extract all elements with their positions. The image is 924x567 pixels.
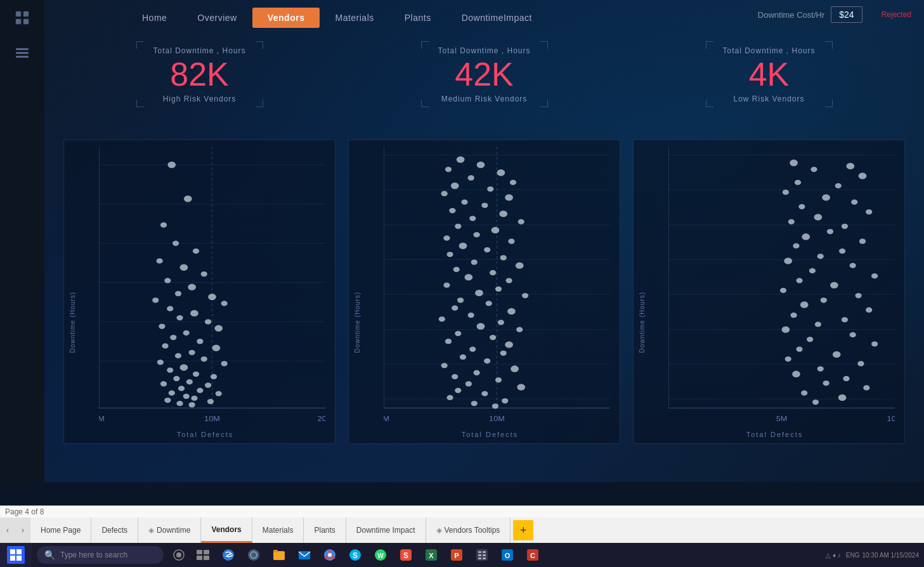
taskbar-app-mail[interactable]: [293, 543, 316, 567]
corner-tr-3: [825, 41, 833, 49]
svg-text:C: C: [530, 552, 535, 559]
taskbar-app-powerpoint[interactable]: P: [445, 543, 468, 567]
svg-rect-246: [299, 551, 310, 559]
svg-point-147: [511, 365, 519, 372]
svg-point-218: [796, 346, 802, 351]
taskbar-app-excel[interactable]: X: [420, 543, 443, 567]
tab-nav-next[interactable]: ›: [15, 518, 30, 543]
corner-bl-1: [136, 100, 144, 107]
taskbar-app-skype2[interactable]: S: [394, 543, 417, 567]
tab-downtime-impact[interactable]: Downtime Impact: [346, 518, 426, 543]
tab-vendors-tooltips[interactable]: ◈ Vendors Tooltips: [426, 518, 511, 543]
svg-point-217: [871, 341, 878, 346]
svg-rect-232: [10, 556, 15, 561]
svg-point-190: [866, 209, 872, 214]
svg-point-44: [214, 325, 223, 331]
svg-point-105: [481, 203, 488, 208]
page-indicator: Page 4 of 8: [0, 505, 924, 518]
tab-defects[interactable]: Defects: [91, 518, 138, 543]
taskbar-app-cortana[interactable]: [242, 543, 265, 567]
taskbar-app-whatsapp[interactable]: W: [369, 543, 392, 567]
corner-br-3: [825, 100, 833, 107]
taskbar-app-calculator[interactable]: [471, 543, 493, 567]
taskbar-search-text: Type here to search: [60, 551, 127, 559]
taskbar-app-outlook[interactable]: O: [496, 543, 519, 567]
svg-point-121: [453, 267, 460, 272]
svg-point-96: [445, 167, 452, 172]
svg-point-113: [443, 235, 450, 240]
svg-point-30: [157, 258, 163, 263]
nav-materials[interactable]: Materials: [320, 8, 389, 28]
taskbar-start-button[interactable]: [0, 543, 32, 567]
svg-point-203: [871, 273, 878, 278]
svg-rect-261: [476, 549, 488, 561]
tab-vendors[interactable]: Vendors: [201, 518, 252, 543]
tab-nav-prev[interactable]: ‹: [0, 518, 15, 543]
svg-point-145: [484, 358, 490, 363]
tab-downtime[interactable]: ◈ Downtime: [138, 518, 201, 543]
tab-home-page[interactable]: Home Page: [30, 518, 91, 543]
nav-overview[interactable]: Overview: [182, 8, 252, 28]
svg-point-45: [183, 330, 190, 336]
svg-point-205: [830, 282, 838, 288]
taskbar-cortana-button[interactable]: [169, 545, 189, 565]
chart-low-risk: Downtime (Hours) 200 180 160 140 120 100: [633, 140, 905, 444]
sidebar-icon-grid[interactable]: [11, 6, 34, 29]
nav-vendors[interactable]: Vendors: [252, 8, 320, 28]
svg-point-152: [517, 384, 525, 390]
svg-point-54: [221, 361, 228, 366]
taskbar-app-explorer[interactable]: [268, 543, 290, 567]
svg-rect-1: [23, 11, 29, 16]
svg-point-41: [176, 315, 183, 320]
taskbar-app-red[interactable]: C: [521, 543, 544, 567]
svg-rect-265: [483, 554, 486, 556]
metric-low-risk: Total Downtime , Hours 4K Low Risk Vendo…: [633, 41, 905, 107]
svg-point-67: [183, 394, 190, 399]
svg-rect-262: [478, 551, 481, 553]
svg-point-186: [783, 190, 789, 195]
taskbar-search-box[interactable]: 🔍 Type here to search: [37, 546, 164, 564]
svg-point-180: [790, 160, 798, 166]
svg-point-49: [212, 344, 221, 351]
svg-point-37: [152, 297, 159, 303]
tab-add-button[interactable]: +: [513, 520, 533, 540]
svg-point-35: [175, 291, 181, 296]
svg-point-143: [500, 351, 507, 356]
svg-point-117: [446, 252, 453, 257]
taskbar-app-chrome[interactable]: [318, 543, 341, 567]
taskbar-app-edge[interactable]: [217, 543, 240, 567]
svg-point-156: [502, 398, 508, 403]
svg-point-133: [468, 313, 474, 318]
nav-plants[interactable]: Plants: [389, 8, 446, 28]
svg-point-210: [866, 308, 872, 313]
metric-high-risk: Total Downtime , Hours 82K High Risk Ven…: [63, 41, 335, 107]
svg-point-221: [857, 361, 864, 366]
tab-materials[interactable]: Materials: [252, 518, 304, 543]
svg-point-43: [159, 323, 165, 329]
metric-value-3: 4K: [719, 58, 820, 91]
svg-point-51: [175, 353, 181, 358]
corner-tr-2: [540, 41, 548, 49]
taskbar-app-skype[interactable]: S: [344, 543, 367, 567]
taskbar-search-icon: 🔍: [44, 550, 55, 560]
svg-point-140: [445, 339, 452, 344]
svg-point-130: [486, 301, 492, 306]
nav-home[interactable]: Home: [127, 8, 182, 28]
svg-point-198: [839, 249, 845, 254]
svg-point-155: [446, 395, 453, 400]
svg-point-212: [842, 317, 848, 322]
taskbar-app-task-view[interactable]: [192, 543, 214, 567]
svg-point-194: [827, 229, 833, 234]
tab-plants[interactable]: Plants: [304, 518, 346, 543]
sidebar-icon-list[interactable]: [11, 42, 34, 65]
svg-point-36: [208, 294, 216, 300]
svg-text:10M: 10M: [204, 415, 220, 421]
svg-point-128: [522, 293, 528, 298]
svg-point-29: [193, 249, 199, 254]
svg-rect-267: [483, 557, 486, 559]
svg-point-58: [211, 374, 217, 379]
corner-tl-1: [136, 41, 144, 49]
nav-downtime-impact[interactable]: DowntimeImpact: [446, 8, 547, 28]
chart1-svg: 900 800 700 600 500 400 0M 10M 20M: [99, 147, 325, 421]
svg-point-108: [469, 216, 476, 221]
